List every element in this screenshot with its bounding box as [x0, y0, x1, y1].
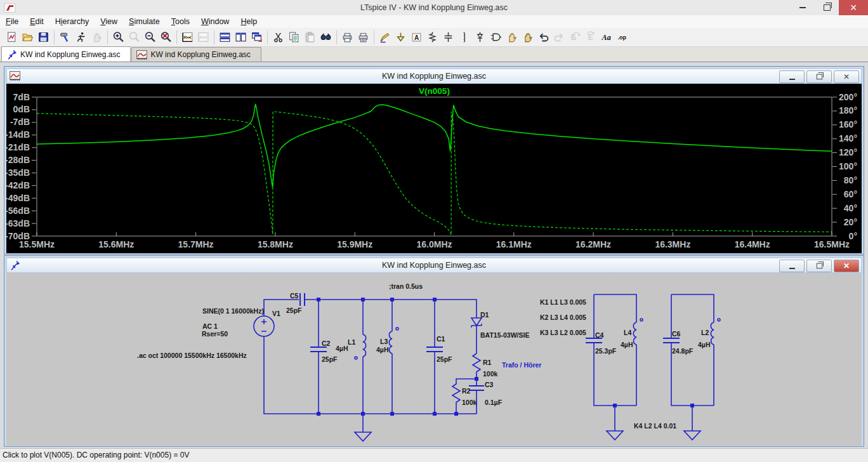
- status-bar: Click to plot V(N005). DC operating poin…: [0, 448, 868, 462]
- waveform-plot-area[interactable]: 7dB0dB-7dB-14dB-21dB-28dB-35dB-42dB-49dB…: [6, 84, 862, 253]
- schematic-drawing[interactable]: ;tran 0.5usSINE(0 1 16000kHz)V1AC 1Rser=…: [6, 273, 862, 446]
- toolbar-cascade-windows-button[interactable]: [249, 30, 265, 45]
- toolbar-place-net-label-button[interactable]: A: [409, 30, 424, 45]
- toolbar-separator: [267, 30, 268, 44]
- toolbar-autorange-y-axis-button[interactable]: [180, 30, 195, 45]
- menu-hierarchy[interactable]: Hierarchy: [49, 15, 95, 28]
- schematic-label-25pf: 25pF: [286, 307, 302, 314]
- title-bar[interactable]: LTspice IV - KW ind Kopplung Einweg.asc …: [0, 0, 868, 16]
- schematic-minimize-button[interactable]: [779, 260, 805, 272]
- toolbar-undo-button[interactable]: [536, 30, 551, 45]
- toolbar-place-ground-button[interactable]: [393, 30, 409, 45]
- menu-view[interactable]: View: [95, 15, 123, 28]
- y-right-tick-label: 140°: [839, 133, 857, 143]
- toolbar-place-resistor-button[interactable]: [424, 30, 440, 45]
- toolbar-copy-button[interactable]: [286, 30, 302, 45]
- y-left-tick-label: 7dB: [13, 92, 30, 102]
- waveform-close-button[interactable]: ✕: [834, 70, 859, 83]
- toolbar-tile-vertically-button[interactable]: [233, 30, 249, 45]
- ground-symbols: [355, 431, 700, 441]
- waveform-minimize-button[interactable]: [779, 70, 805, 83]
- schematic-label-25-3pf: 25.3pF: [595, 347, 617, 355]
- waveform-plot[interactable]: 7dB0dB-7dB-14dB-21dB-28dB-35dB-42dB-49dB…: [6, 84, 862, 253]
- menu-tools[interactable]: Tools: [166, 15, 195, 28]
- schematic-label-100k: 100k: [483, 370, 498, 378]
- toolbar-mirror-button: E: [567, 30, 583, 45]
- y-right-tick-label: 60°: [844, 189, 857, 199]
- toolbar-draw-wire-button[interactable]: [377, 30, 393, 45]
- schematic-window-title-bar[interactable]: KW ind Kopplung Einweg.asc ✕: [6, 258, 862, 273]
- toolbar-tile-horizontally-button[interactable]: [217, 30, 233, 45]
- schematic-label-sine-0-1-16000khz: SINE(0 1 16000kHz): [202, 307, 264, 315]
- toolbar-print-preview-button[interactable]: [339, 30, 355, 45]
- toolbar-zoom-full-extents-button[interactable]: [158, 30, 174, 45]
- toolbar-place-text-button[interactable]: Aa: [599, 30, 615, 45]
- toolbar-redo-button: [551, 30, 567, 45]
- schematic-label-4-h: 4µH: [621, 341, 633, 348]
- toolbar-print-button[interactable]: [355, 30, 371, 45]
- schematic-label-l2: L2: [701, 329, 709, 336]
- schematic-label-bat15-03w-sie: BAT15-03W/SIE: [480, 331, 529, 339]
- schematic-close-button[interactable]: ✕: [834, 260, 859, 272]
- waveform-window: KW ind Kopplung Einweg.asc ✕ 7dB0dB-7dB-…: [4, 66, 864, 254]
- toolbar-separator: [374, 30, 374, 44]
- schematic-label-4-h: 4µH: [698, 341, 710, 348]
- schematic-label-4-h: 4µH: [336, 345, 348, 352]
- toolbar-run-button[interactable]: [73, 30, 89, 45]
- toolbar-zoom-in-button[interactable]: [110, 30, 126, 45]
- toolbar-place-diode-button[interactable]: [472, 30, 488, 45]
- toolbar-cut-button[interactable]: [270, 30, 286, 45]
- minimize-button[interactable]: [791, 0, 815, 15]
- toolbar-find-button[interactable]: [318, 30, 334, 45]
- tab-waveform[interactable]: KW ind Kopplung Einweg.asc: [131, 47, 261, 62]
- phase-dot-L2: [718, 319, 720, 321]
- menu-help[interactable]: Help: [235, 15, 263, 28]
- tab-schematic[interactable]: KW ind Kopplung Einweg.asc: [1, 46, 131, 62]
- x-tick-label: 15.5MHz: [19, 239, 55, 249]
- schematic-label-c5: C5: [290, 292, 299, 300]
- x-tick-label: 15.8MHz: [258, 239, 293, 249]
- schematic-label-k1-l1-l3-0-005: K1 L1 L3 0.005: [540, 298, 586, 306]
- y-left-tick-label: 0dB: [13, 104, 30, 114]
- close-button[interactable]: ✕: [839, 0, 868, 15]
- toolbar-move-button[interactable]: [504, 30, 520, 45]
- toolbar-drag-button[interactable]: [520, 30, 536, 45]
- toolbar-control-panel-button[interactable]: [57, 30, 73, 45]
- schematic-label-r1: R1: [483, 359, 492, 366]
- schematic-canvas[interactable]: ;tran 0.5usSINE(0 1 16000kHz)V1AC 1Rser=…: [6, 273, 862, 446]
- toolbar-spice-directive-button[interactable]: .op: [615, 30, 631, 45]
- x-tick-label: 15.6MHz: [98, 239, 134, 249]
- schematic-label-l1: L1: [348, 338, 355, 346]
- menu-edit[interactable]: Edit: [24, 15, 49, 28]
- waveform-restore-button[interactable]: [806, 70, 832, 83]
- plot-frame: [37, 97, 832, 236]
- waveform-window-title-bar[interactable]: KW ind Kopplung Einweg.asc ✕: [6, 69, 862, 84]
- tab-label: KW ind Kopplung Einweg.asc: [20, 50, 120, 59]
- schematic-label-tran-0-5us: ;tran 0.5us: [389, 282, 423, 290]
- menu-window[interactable]: Window: [195, 15, 235, 28]
- toolbar-zoom-out-button[interactable]: [142, 30, 158, 45]
- schematic-label-l4: L4: [624, 329, 631, 336]
- y-left-tick-label: -35dB: [6, 168, 30, 178]
- toolbar-zoom-area-button: [126, 30, 142, 45]
- ltspice-application-window: LTspice IV - KW ind Kopplung Einweg.asc …: [0, 0, 868, 462]
- menu-bar: FileEditHierarchyViewSimulateToolsWindow…: [0, 15, 868, 29]
- toolbar-place-component-button[interactable]: [488, 30, 504, 45]
- waveform-doc-icon: [136, 50, 147, 60]
- menu-file[interactable]: File: [0, 15, 24, 28]
- toolbar-new-schematic-button[interactable]: [4, 30, 20, 45]
- menu-simulate[interactable]: Simulate: [123, 15, 166, 28]
- toolbar-place-inductor-button[interactable]: [456, 30, 472, 45]
- toolbar-open-button[interactable]: [20, 30, 36, 45]
- x-tick-label: 16.1MHz: [496, 239, 532, 249]
- y-left-tick-label: -7dB: [10, 117, 30, 127]
- toolbar-separator: [214, 30, 214, 44]
- y-left-tick-label: -42dB: [6, 180, 30, 190]
- schematic-restore-button[interactable]: [806, 260, 832, 272]
- toolbar-place-capacitor-button[interactable]: [440, 30, 456, 45]
- toolbar-rotate-button: E: [583, 30, 599, 45]
- schematic-label-k2-l3-l4-0-005: K2 L3 L4 0.005: [540, 314, 586, 321]
- restore-button[interactable]: [815, 0, 839, 15]
- y-right-tick-label: 120°: [839, 147, 857, 157]
- toolbar-save-button[interactable]: [36, 30, 51, 45]
